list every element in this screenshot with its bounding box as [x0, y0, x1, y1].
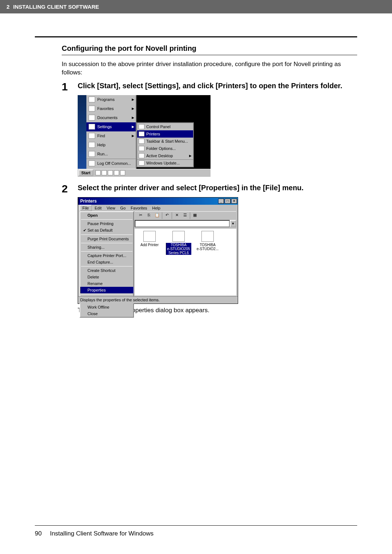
step-2-number: 2 [62, 183, 78, 194]
icon-label-line2: e-STUDIO2... [195, 247, 220, 251]
add-printer-icon [143, 231, 156, 242]
views-icon[interactable]: ▦ [191, 212, 199, 219]
favorites-icon [89, 106, 95, 111]
menu-item-programs[interactable]: Programs▶ [86, 95, 136, 104]
settings-icon [89, 124, 95, 130]
start-button[interactable]: Start [78, 170, 93, 176]
maximize-button[interactable]: □ [225, 199, 230, 204]
submenu-active-desktop[interactable]: Active Desktop▶ [137, 152, 193, 159]
printer-icon [201, 231, 214, 242]
run-label: Run... [97, 152, 108, 156]
menu-favorites[interactable]: Favorites [128, 205, 149, 211]
chevron-right-icon: ▶ [189, 154, 192, 158]
documents-label: Documents [97, 115, 118, 120]
delete-icon[interactable]: ✕ [173, 212, 180, 219]
footer: 90 Installing Client Software for Window… [35, 530, 154, 537]
menu-item-run[interactable]: Run... [86, 150, 136, 159]
file-rename[interactable]: Rename [80, 280, 133, 287]
menu-item-find[interactable]: Find▶ [86, 131, 136, 140]
tray-icon[interactable] [102, 170, 107, 175]
copy-icon[interactable]: ⎘ [145, 212, 152, 219]
file-close[interactable]: Close [80, 310, 133, 317]
settings-submenu: Control Panel Printers Taskbar & Start M… [136, 122, 194, 167]
file-capture[interactable]: Capture Printer Port... [80, 252, 133, 259]
file-pause[interactable]: Pause Printing [80, 220, 133, 227]
menu-item-documents[interactable]: Documents▶ [86, 113, 136, 122]
start-menu: Programs▶ Favorites▶ Documents▶ Settings… [86, 95, 136, 169]
windows-update-icon [139, 160, 144, 166]
file-delete[interactable]: Delete [80, 274, 133, 280]
submenu-folder-options[interactable]: Folder Options... [137, 145, 193, 152]
tray-icon[interactable] [114, 170, 119, 175]
file-setdefault-label: Set as Default [87, 228, 113, 232]
menu-item-logoff[interactable]: Log Off Common... [86, 159, 136, 168]
settings-label: Settings [97, 125, 112, 129]
taskbar: Start [78, 169, 211, 177]
file-delete-label: Delete [87, 275, 99, 279]
find-icon [89, 133, 95, 139]
submenu-taskbar-start[interactable]: Taskbar & Start Menu... [137, 138, 193, 145]
favorites-label: Favorites [97, 106, 114, 111]
chevron-right-icon: ▶ [132, 134, 134, 138]
menu-help[interactable]: Help [150, 205, 163, 211]
figure-start-menu: Windows98 Programs▶ Favorites▶ Documents… [78, 95, 211, 177]
properties-icon[interactable]: ☰ [181, 212, 189, 219]
cut-icon[interactable]: ✂ [137, 212, 144, 219]
separator [190, 212, 190, 219]
menu-view[interactable]: View [105, 205, 118, 211]
icon-add-printer[interactable]: Add Printer [137, 231, 162, 247]
window-titlebar: Printers _ □ × [78, 197, 238, 205]
separator [81, 235, 132, 235]
file-offline-label: Work Offline [87, 305, 109, 309]
file-end-capture[interactable]: End Capture... [80, 259, 133, 265]
logoff-icon [89, 160, 95, 166]
control-panel-label: Control Panel [146, 125, 171, 129]
find-label: Find [97, 134, 105, 138]
menu-go[interactable]: Go [118, 205, 128, 211]
menu-item-settings[interactable]: Settings▶ [86, 122, 136, 131]
file-sharing[interactable]: Sharing... [80, 244, 133, 250]
file-purge[interactable]: Purge Print Documents [80, 236, 133, 242]
step-2: 2 Select the printer driver and select [… [62, 183, 357, 194]
status-text: Displays the properties of the selected … [80, 298, 160, 302]
icon-toshiba-generic[interactable]: TOSHIBA e-STUDIO2... [195, 231, 220, 251]
active-desktop-label: Active Desktop [146, 154, 173, 158]
file-work-offline[interactable]: Work Offline [80, 304, 133, 310]
file-properties[interactable]: Properties [80, 287, 133, 293]
menu-edit[interactable]: Edit [93, 205, 104, 211]
address-dropdown-button[interactable]: ▼ [230, 220, 236, 227]
printers-folder-icon [139, 131, 144, 137]
toolbar: ✂ ⎘ 📋 ↶ ✕ ☰ ▦ [135, 211, 236, 220]
menu-item-help[interactable]: Help [86, 140, 136, 150]
minimize-button[interactable]: _ [218, 199, 224, 204]
status-bar: Displays the properties of the selected … [78, 296, 238, 304]
file-sharing-label: Sharing... [87, 245, 105, 249]
icon-toshiba-pcl6[interactable]: TOSHIBA e-STUDIO205 Series PCL6 [166, 231, 191, 255]
paste-icon[interactable]: 📋 [154, 212, 161, 219]
separator [81, 219, 132, 220]
file-close-label: Close [87, 311, 98, 316]
submenu-windows-update[interactable]: Windows Update... [137, 159, 193, 167]
file-open[interactable]: Open [80, 212, 133, 219]
undo-icon[interactable]: ↶ [163, 212, 171, 219]
taskbar-icon [139, 139, 144, 144]
file-set-default[interactable]: ✔Set as Default [80, 227, 133, 234]
file-pause-label: Pause Printing [87, 221, 114, 226]
file-shortcut-label: Create Shortcut [87, 268, 115, 273]
tray-icon[interactable] [95, 170, 101, 175]
section-underline [62, 55, 357, 55]
tray-icon[interactable] [108, 170, 113, 175]
control-panel-icon [139, 124, 144, 129]
menu-file[interactable]: File [79, 205, 92, 211]
chevron-right-icon: ▶ [132, 116, 134, 119]
printers-label: Printers [146, 132, 160, 136]
help-label: Help [97, 143, 106, 147]
submenu-printers[interactable]: Printers [137, 130, 193, 138]
submenu-control-panel[interactable]: Control Panel [137, 123, 193, 130]
close-button[interactable]: × [231, 199, 237, 204]
folder-options-label: Folder Options... [146, 146, 176, 151]
address-bar[interactable] [135, 220, 230, 227]
menu-item-favorites[interactable]: Favorites▶ [86, 104, 136, 113]
file-create-shortcut[interactable]: Create Shortcut [80, 267, 133, 274]
tray-icon[interactable] [120, 170, 125, 175]
